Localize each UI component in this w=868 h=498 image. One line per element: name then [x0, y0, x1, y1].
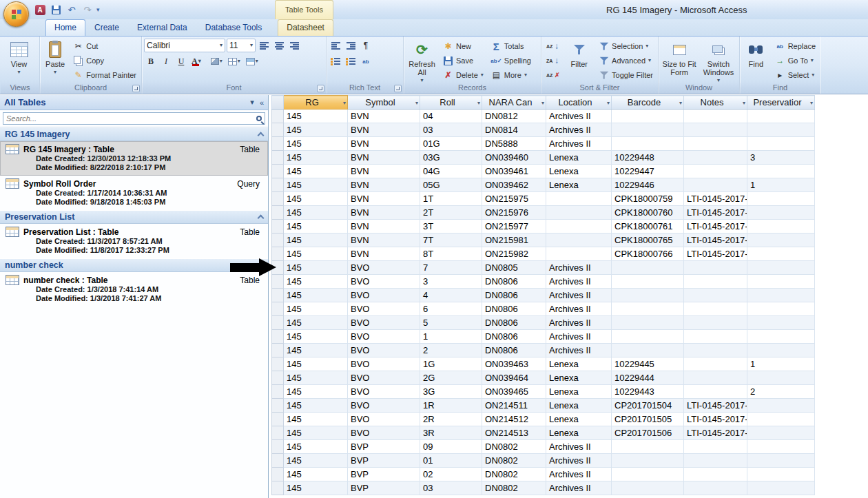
cell-rg[interactable]: 145 [284, 302, 348, 316]
cell-notes[interactable] [684, 178, 747, 192]
column-dropdown-icon[interactable]: ▾ [541, 99, 544, 105]
nav-item-rg-145-imagery-table[interactable]: RG 145 Imagery : TableTableDate Created:… [0, 141, 268, 176]
cell-symbol[interactable]: BVN [348, 206, 420, 220]
nav-item-preservation-list-table[interactable]: Preservation List : TableTableDate Creat… [0, 224, 268, 258]
clear-sort-button[interactable]: AZ ✗ [544, 68, 563, 82]
cell-notes[interactable] [684, 357, 747, 371]
cell-rg[interactable]: 145 [284, 426, 348, 440]
refresh-all-button[interactable]: ⟳ Refresh All ▾ [406, 39, 438, 85]
record-selector[interactable] [272, 123, 284, 137]
cell-roll[interactable]: 1 [420, 330, 482, 344]
cell-barcode[interactable] [612, 330, 684, 344]
cell-roll[interactable]: 7 [420, 261, 482, 275]
cell-rg[interactable]: 145 [284, 151, 348, 165]
cell-nara-can[interactable]: DN0806 [482, 289, 546, 302]
cell-rg[interactable]: 145 [284, 178, 348, 192]
cell-rg[interactable]: 145 [284, 357, 348, 371]
cell-barcode[interactable] [612, 468, 684, 481]
chevron-up-icon[interactable] [258, 215, 265, 222]
record-selector[interactable] [272, 454, 284, 468]
cell-location[interactable]: Archives II [546, 110, 612, 123]
cell-roll[interactable]: 2R [420, 413, 482, 426]
column-header-symbol[interactable]: Symbol▾ [348, 96, 420, 110]
cell-rg[interactable]: 145 [284, 468, 348, 481]
cell-symbol[interactable]: BVN [348, 110, 420, 123]
cell-notes[interactable] [684, 344, 747, 357]
cell-symbol[interactable]: BVP [348, 454, 420, 468]
cell-preservatior[interactable] [747, 247, 815, 261]
cell-location[interactable]: Archives II [546, 330, 612, 344]
cell-barcode[interactable] [612, 137, 684, 151]
cell-roll[interactable]: 09 [420, 440, 482, 454]
tab-external-data[interactable]: External Data [128, 19, 196, 36]
column-dropdown-icon[interactable]: ▾ [743, 99, 745, 105]
cell-notes[interactable]: LTI-0145-2017-( [684, 247, 747, 261]
cell-nara-can[interactable]: ON215982 [482, 247, 546, 261]
cell-barcode[interactable]: CP201701504 [612, 399, 684, 413]
cell-nara-can[interactable]: ON214511 [482, 399, 546, 413]
cell-roll[interactable]: 02 [420, 468, 482, 481]
cell-rg[interactable]: 145 [284, 220, 348, 234]
cell-notes[interactable] [684, 289, 747, 302]
record-selector[interactable] [272, 192, 284, 206]
toggle-filter-button[interactable]: Toggle Filter [596, 68, 656, 82]
cell-symbol[interactable]: BVO [348, 302, 420, 316]
switch-windows-button[interactable]: Switch Windows ▾ [700, 39, 737, 85]
search-input[interactable] [3, 112, 265, 125]
cell-preservatior[interactable] [747, 302, 815, 316]
cell-roll[interactable]: 6 [420, 302, 482, 316]
cell-preservatior[interactable] [747, 110, 815, 123]
cell-notes[interactable]: LTI-0145-2017-( [684, 413, 747, 426]
numbering-button[interactable] [344, 54, 358, 68]
cell-nara-can[interactable]: ON039464 [482, 371, 546, 385]
customize-qat-button[interactable]: ▾ [96, 6, 100, 13]
cell-notes[interactable] [684, 137, 747, 151]
cell-rg[interactable]: 145 [284, 454, 348, 468]
cell-notes[interactable]: LTI-0145-2017-( [684, 206, 747, 220]
bullets-button[interactable] [329, 54, 342, 68]
spelling-button[interactable]: ab✓ Spelling [488, 54, 534, 68]
cell-notes[interactable] [684, 123, 747, 137]
cell-location[interactable] [546, 247, 612, 261]
cell-rg[interactable]: 145 [284, 206, 348, 220]
cell-preservatior[interactable] [747, 454, 815, 468]
cell-preservatior[interactable]: 2 [747, 385, 815, 399]
column-header-rg[interactable]: RG▾ [284, 96, 348, 110]
cell-roll[interactable]: 1R [420, 399, 482, 413]
cut-button[interactable]: ✂ Cut [70, 39, 139, 53]
cell-roll[interactable]: 3G [420, 385, 482, 399]
cell-barcode[interactable] [612, 289, 684, 302]
text-highlight-button[interactable]: ab [359, 54, 373, 68]
cell-roll[interactable]: 5 [420, 316, 482, 330]
cell-symbol[interactable]: BVO [348, 330, 420, 344]
cell-preservatior[interactable] [747, 440, 815, 454]
bold-button[interactable]: B [144, 54, 158, 68]
cell-nara-can[interactable]: ON039460 [482, 151, 546, 165]
cell-notes[interactable] [684, 330, 747, 344]
cell-symbol[interactable]: BVO [348, 426, 420, 440]
record-selector[interactable] [272, 330, 284, 344]
cell-rg[interactable]: 145 [284, 123, 348, 137]
column-dropdown-icon[interactable]: ▾ [415, 99, 418, 105]
cell-location[interactable]: Archives II [546, 261, 612, 275]
cell-symbol[interactable]: BVN [348, 137, 420, 151]
cell-nara-can[interactable]: DN0814 [482, 123, 546, 137]
column-dropdown-icon[interactable]: ▾ [343, 99, 346, 105]
cell-preservatior[interactable] [747, 371, 815, 385]
cell-barcode[interactable] [612, 275, 684, 289]
cell-nara-can[interactable]: DN0802 [482, 440, 546, 454]
cell-nara-can[interactable]: DN0802 [482, 481, 546, 495]
cell-nara-can[interactable]: DN0802 [482, 468, 546, 481]
column-header-nara-can[interactable]: NARA Can▾ [482, 96, 546, 110]
record-selector[interactable] [272, 344, 284, 357]
shutter-close-icon[interactable]: « [260, 98, 264, 107]
cell-rg[interactable]: 145 [284, 344, 348, 357]
nav-pane-menu-icon[interactable]: ▾ [250, 98, 254, 107]
cell-nara-can[interactable]: ON215976 [482, 206, 546, 220]
cell-symbol[interactable]: BVN [348, 234, 420, 247]
column-dropdown-icon[interactable]: ▾ [810, 99, 813, 105]
cell-symbol[interactable]: BVO [348, 399, 420, 413]
save-button[interactable] [49, 3, 63, 17]
cell-roll[interactable]: 04G [420, 165, 482, 178]
cell-preservatior[interactable] [747, 206, 815, 220]
